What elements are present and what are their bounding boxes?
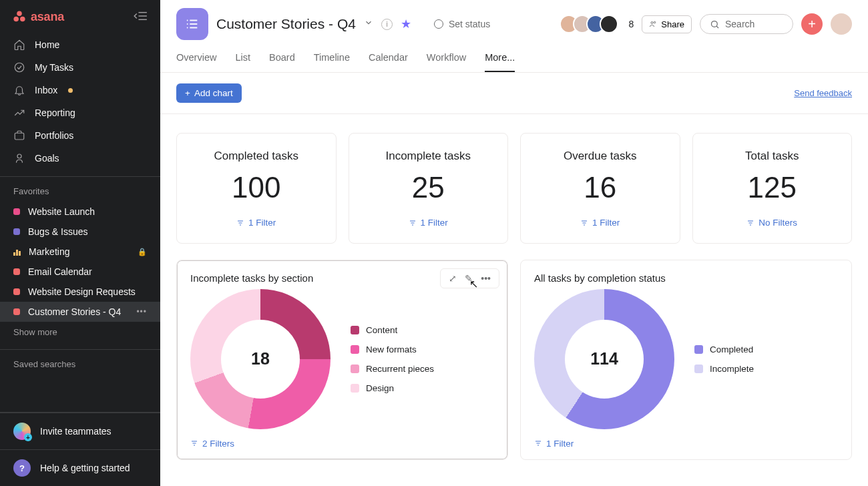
legend-color-icon [351,345,359,354]
stat-card-1[interactable]: Incomplete tasks251 Filter [349,133,509,244]
legend-item: New formats [351,344,434,354]
tab-overview[interactable]: Overview [176,52,216,72]
tab-more[interactable]: More... [485,52,515,72]
bell-icon [13,84,25,96]
star-icon[interactable]: ★ [401,17,411,31]
chart-toolbar: ⤢✎••• [440,268,499,288]
home-icon [13,39,25,51]
tab-calendar[interactable]: Calendar [369,52,408,72]
nav-label: My Tasks [35,62,73,73]
sidebar-bottom: Invite teammates ? Help & getting starte… [0,412,160,486]
nav-reporting[interactable]: Reporting [0,101,160,124]
svg-point-12 [187,20,188,21]
chart-filter-link[interactable]: 1 Filter [534,439,838,449]
svg-point-14 [187,27,188,29]
search-placeholder: Search [725,19,754,29]
chart-filter-link[interactable]: 2 Filters [190,439,494,449]
chart-card-1[interactable]: All tasks by completion status114Complet… [520,260,852,460]
avatar [600,15,618,33]
nav-home[interactable]: Home [0,33,160,56]
tab-timeline[interactable]: Timeline [314,52,350,72]
project-dropdown-icon[interactable] [364,18,373,30]
add-chart-button[interactable]: + Add chart [176,83,242,103]
add-chart-label: Add chart [194,88,233,98]
favorite-marketing[interactable]: Marketing🔒 [0,242,160,262]
invite-teammates-button[interactable]: Invite teammates [0,413,160,449]
people-icon [649,20,657,28]
project-title: Customer Stories - Q4 [216,16,356,32]
chart-card-0[interactable]: Incomplete tasks by section⤢✎•••↖18Conte… [176,260,508,460]
nav-my-tasks[interactable]: My Tasks [0,56,160,79]
stat-card-0[interactable]: Completed tasks1001 Filter [176,133,337,244]
nav-goals[interactable]: Goals [0,147,160,170]
legend-color-icon [351,384,359,393]
svg-point-1 [13,17,19,22]
edit-icon[interactable]: ✎ [462,272,475,285]
stat-filter-link[interactable]: No Filters [746,218,797,228]
project-color-icon [13,288,20,295]
create-button[interactable]: + [801,13,823,35]
stat-label: Total tasks [704,150,841,163]
favorite-website-design-requests[interactable]: Website Design Requests [0,282,160,302]
svg-point-13 [187,23,188,25]
tab-workflow[interactable]: Workflow [427,52,466,72]
current-user-avatar[interactable] [831,13,852,35]
portfolio-icon [13,130,25,142]
stat-filter-link[interactable]: 1 Filter [409,218,448,228]
svg-point-17 [712,21,718,27]
favorite-label: Customer Stories - Q4 [28,306,121,317]
member-count: 8 [629,19,634,29]
send-feedback-link[interactable]: Send feedback [794,88,852,98]
chart-legend: CompletedIncomplete [694,344,754,374]
set-status-label: Set status [449,19,490,29]
info-icon[interactable]: i [381,19,393,30]
invite-label: Invite teammates [40,426,112,437]
primary-nav: HomeMy TasksInboxReportingPortfoliosGoal… [0,33,160,170]
stat-label: Completed tasks [188,150,325,163]
chart-title: All tasks by completion status [534,272,838,284]
more-icon[interactable]: ••• [136,307,147,316]
project-color-icon [13,208,20,215]
svg-point-16 [654,21,656,23]
favorite-email-calendar[interactable]: Email Calendar [0,262,160,282]
bar-chart-icon [13,248,21,256]
stat-label: Incomplete tasks [360,150,497,163]
legend-color-icon [351,326,359,334]
donut-chart: 114 [534,289,674,429]
favorite-bugs-issues[interactable]: Bugs & Issues [0,222,160,242]
project-header: Customer Stories - Q4 i ★ Set status 8 [160,0,868,73]
search-input[interactable]: Search [700,14,793,34]
stat-filter-link[interactable]: 1 Filter [580,218,620,228]
stat-card-2[interactable]: Overdue tasks161 Filter [520,133,680,244]
nav-label: Goals [35,153,59,164]
stat-value: 25 [360,171,497,204]
more-icon[interactable]: ••• [478,272,493,285]
favorite-label: Website Design Requests [28,286,136,297]
stat-value: 16 [531,171,669,204]
nav-portfolios[interactable]: Portfolios [0,124,160,147]
brand-name: asana [31,10,64,24]
nav-label: Home [35,39,59,50]
favorites-list: Website LaunchBugs & IssuesMarketing🔒Ema… [0,202,160,322]
nav-inbox[interactable]: Inbox [0,79,160,101]
favorite-website-launch[interactable]: Website Launch [0,202,160,222]
donut-chart: 18 [190,289,331,429]
stat-filter-link[interactable]: 1 Filter [236,218,276,228]
show-more-favorites[interactable]: Show more [0,322,160,342]
collapse-sidebar-icon[interactable] [134,11,148,23]
tab-list[interactable]: List [235,52,250,72]
help-button[interactable]: ? Help & getting started [0,450,160,486]
favorite-customer-stories-q4[interactable]: Customer Stories - Q4••• [0,302,160,322]
tab-board[interactable]: Board [269,52,295,72]
share-button[interactable]: Share [642,15,692,33]
brand-logo[interactable]: asana [12,9,64,24]
legend-item: Design [351,383,434,393]
legend-item: Content [351,325,434,335]
nav-label: Reporting [35,107,75,118]
member-avatars[interactable] [560,15,618,33]
stat-card-3[interactable]: Total tasks125No Filters [692,133,853,244]
expand-icon[interactable]: ⤢ [446,272,459,285]
logo-row: asana [0,0,160,33]
legend-item: Completed [694,344,754,354]
set-status-button[interactable]: Set status [434,19,490,29]
